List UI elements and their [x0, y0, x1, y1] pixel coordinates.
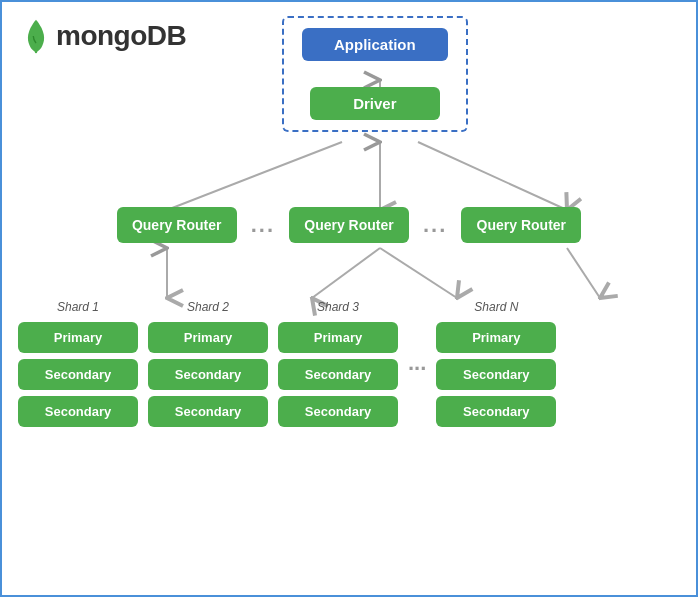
query-router-middle: Query Router: [289, 207, 409, 243]
svg-line-7: [567, 248, 600, 298]
shard-n-label: Shard N: [474, 300, 518, 314]
diagram-container: mongoDB Application Driver Query Router …: [2, 2, 696, 595]
shard-3-secondary-1: Secondary: [278, 359, 398, 390]
shard-1-label: Shard 1: [57, 300, 99, 314]
svg-line-3: [418, 142, 567, 210]
svg-line-6: [380, 248, 457, 298]
svg-line-1: [167, 142, 342, 210]
shard-1-secondary-1: Secondary: [18, 359, 138, 390]
shard-n-secondary-1: Secondary: [436, 359, 556, 390]
dots-between-qr-1: ...: [251, 212, 275, 238]
app-driver-container: Application Driver: [282, 16, 528, 132]
shards-section: Shard 1 Primary Secondary Secondary Shar…: [18, 300, 680, 427]
dots-between-qr-2: ...: [423, 212, 447, 238]
mongodb-logo-text: mongoDB: [56, 20, 186, 52]
svg-line-5: [312, 248, 380, 298]
shard-2-primary: Primary: [148, 322, 268, 353]
shard-2-secondary-1: Secondary: [148, 359, 268, 390]
shard-3-col: Shard 3 Primary Secondary Secondary: [278, 300, 398, 427]
app-driver-dashed-box: Application Driver: [282, 16, 468, 132]
shard-3-label: Shard 3: [317, 300, 359, 314]
shard-n-primary: Primary: [436, 322, 556, 353]
application-box: Application: [302, 28, 448, 61]
shard-3-primary: Primary: [278, 322, 398, 353]
query-router-left: Query Router: [117, 207, 237, 243]
shard-3-secondary-2: Secondary: [278, 396, 398, 427]
mongodb-logo: mongoDB: [22, 18, 186, 54]
mongodb-leaf-icon: [22, 18, 50, 54]
header-row: mongoDB Application Driver: [22, 18, 676, 54]
shard-n-secondary-2: Secondary: [436, 396, 556, 427]
shard-2-col: Shard 2 Primary Secondary Secondary: [148, 300, 268, 427]
shard-n-col: Shard N Primary Secondary Secondary: [436, 300, 556, 427]
shard-dots: ...: [408, 300, 426, 376]
shard-1-secondary-2: Secondary: [18, 396, 138, 427]
shard-1-primary: Primary: [18, 322, 138, 353]
shard-1-col: Shard 1 Primary Secondary Secondary: [18, 300, 138, 427]
shard-2-label: Shard 2: [187, 300, 229, 314]
shard-2-secondary-2: Secondary: [148, 396, 268, 427]
query-router-right: Query Router: [461, 207, 581, 243]
query-router-row: Query Router ... Query Router ... Query …: [22, 207, 676, 243]
driver-box: Driver: [310, 87, 440, 120]
